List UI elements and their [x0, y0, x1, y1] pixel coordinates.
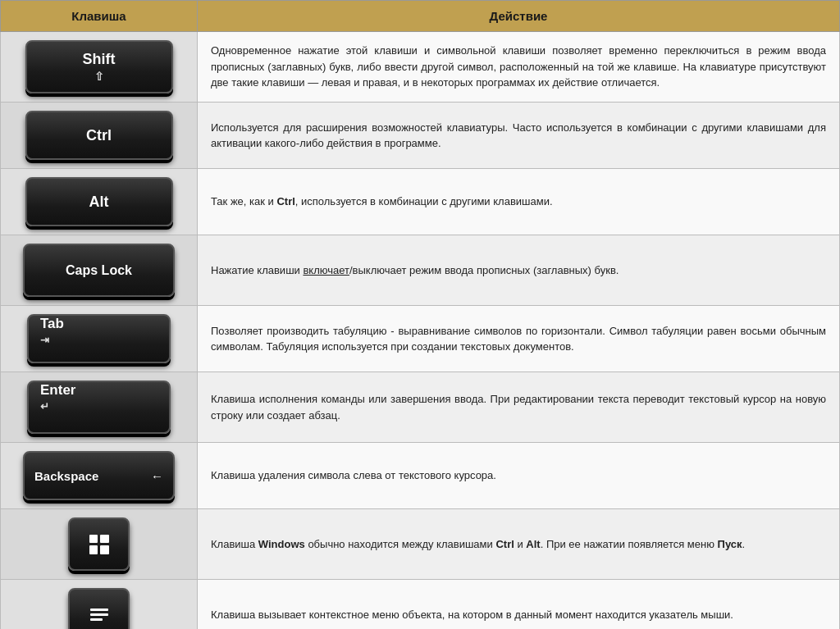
table-row: Backspace ← Клавиша удаления символа сле…: [1, 443, 840, 509]
table-row: Клавиша Windows обычно находится между к…: [1, 509, 840, 580]
menu-icon: [90, 608, 108, 621]
bold-ctrl-ref: Ctrl: [276, 195, 294, 207]
description-text: Одновременное нажатие этой клавиши и сим…: [211, 44, 826, 89]
table-row: Ctrl Используется для расширения возможн…: [1, 103, 840, 169]
description-text: Нажатие клавиши включает/выключает режим…: [211, 264, 619, 276]
key-cell: Caps Lock: [1, 235, 198, 306]
table-row: Клавиша вызывает контекстное меню объект…: [1, 580, 840, 630]
enter-arrow-icon: ↵: [40, 400, 49, 412]
key-label: Ctrl: [86, 127, 112, 144]
table-row: Tab ⇥ Позволяет производить табуляцию - …: [1, 306, 840, 372]
description-cell: Одновременное нажатие этой клавиши и сим…: [198, 32, 840, 103]
description-text: Клавиша удаления символа слева от тексто…: [211, 469, 496, 481]
bold-pusk: Пуск: [718, 538, 742, 550]
description-text: Клавиша вызывает контекстное меню объект…: [211, 608, 733, 621]
key-cell: Shift ⇧: [1, 32, 198, 103]
alt-key: Alt: [25, 177, 173, 226]
key-label: Enter: [40, 382, 75, 399]
description-cell: Позволяет производить табуляцию - выравн…: [198, 306, 840, 372]
key-cell: Ctrl: [1, 103, 198, 169]
enter-key: Enter ↵: [27, 381, 171, 434]
key-label: Backspace: [34, 469, 98, 483]
header-key: Клавиша: [1, 1, 198, 32]
description-text: Так же, как и Ctrl, используется в комби…: [211, 195, 553, 207]
key-cell: Backspace ←: [1, 443, 198, 509]
key-label: Shift: [83, 51, 116, 68]
menu-key: [68, 588, 130, 629]
key-cell: [1, 509, 198, 580]
table-row: Shift ⇧ Одновременное нажатие этой клави…: [1, 32, 840, 103]
table-row: Enter ↵ Клавиша исполнения команды или з…: [1, 372, 840, 443]
header-action: Действие: [198, 1, 840, 32]
key-label: Caps Lock: [66, 263, 132, 278]
description-cell: Клавиша вызывает контекстное меню объект…: [198, 580, 840, 630]
ctrl-key: Ctrl: [25, 111, 173, 160]
description-text: Позволяет производить табуляцию - выравн…: [211, 325, 826, 353]
description-cell: Клавиша исполнения команды или завершени…: [198, 372, 840, 443]
key-cell: Enter ↵: [1, 372, 198, 443]
description-cell: Так же, как и Ctrl, используется в комби…: [198, 169, 840, 235]
tab-key: Tab ⇥: [27, 314, 171, 363]
key-label: Tab: [40, 316, 64, 332]
windows-icon: [89, 535, 109, 554]
description-cell: Нажатие клавиши включает/выключает режим…: [198, 235, 840, 306]
bold-ctrl: Ctrl: [495, 538, 514, 550]
shift-arrow-icon: ⇧: [94, 70, 104, 83]
shift-key: Shift ⇧: [25, 40, 173, 93]
description-text: Используется для расширения возможностей…: [211, 121, 826, 150]
table-row: Caps Lock Нажатие клавиши включает/выклю…: [1, 235, 840, 306]
key-cell: Tab ⇥: [1, 306, 198, 372]
bold-alt: Alt: [526, 538, 540, 550]
key-label: Alt: [89, 194, 109, 211]
description-cell: Клавиша удаления символа слева от тексто…: [198, 443, 840, 509]
backspace-arrow-icon: ←: [151, 469, 163, 483]
keyboard-table: Клавиша Действие Shift ⇧ Одновременное н…: [0, 0, 840, 629]
underline-text: включает: [303, 264, 349, 276]
caps-lock-key: Caps Lock: [23, 244, 175, 297]
key-cell: [1, 580, 198, 630]
table-row: Alt Так же, как и Ctrl, используется в к…: [1, 169, 840, 235]
description-cell: Клавиша Windows обычно находится между к…: [198, 509, 840, 580]
bold-windows: Windows: [258, 538, 305, 550]
tab-arrows-icon: ⇥: [40, 334, 49, 346]
key-cell: Alt: [1, 169, 198, 235]
windows-key: [68, 517, 130, 571]
description-cell: Используется для расширения возможностей…: [198, 103, 840, 169]
description-text: Клавиша Windows обычно находится между к…: [211, 538, 745, 550]
backspace-key: Backspace ←: [23, 451, 175, 500]
description-text: Клавиша исполнения команды или завершени…: [211, 393, 826, 422]
